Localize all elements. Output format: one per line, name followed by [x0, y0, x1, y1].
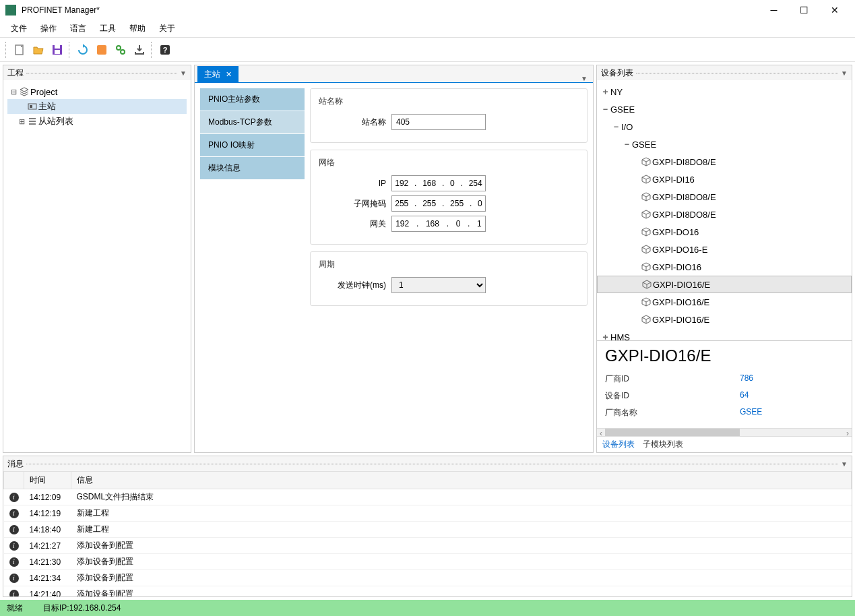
close-button[interactable]: ✕ — [819, 0, 850, 20]
clock-select[interactable]: 1 — [391, 277, 486, 293]
msg-text: GSDML文件扫描结束 — [71, 489, 852, 505]
cube-icon — [640, 262, 652, 272]
message-row[interactable]: i14:18:40新建工程 — [4, 522, 852, 538]
tree-node-slaves[interactable]: ⊞ 从站列表 — [7, 114, 187, 129]
message-row[interactable]: i14:21:34添加设备到配置 — [4, 570, 852, 586]
tab-menu-icon[interactable]: ▼ — [581, 75, 588, 82]
download-icon[interactable] — [131, 41, 148, 59]
message-row[interactable]: i14:21:40添加设备到配置 — [4, 586, 852, 597]
msg-text: 添加设备到配置 — [71, 538, 852, 554]
dev-node-gsee-sub[interactable]: －GSEE — [597, 135, 852, 153]
tree-label: 从站列表 — [38, 115, 73, 127]
tree-node-project[interactable]: ⊟ Project — [7, 84, 187, 99]
project-tree: ⊟ Project 主站 ⊞ 从站列表 — [3, 80, 191, 133]
collapse-icon[interactable]: ▼ — [841, 460, 848, 468]
col-time[interactable]: 时间 — [24, 472, 71, 489]
cube-icon — [641, 280, 653, 289]
col-info[interactable]: 信息 — [71, 472, 852, 489]
nav-pnio-master[interactable]: PNIO主站参数 — [200, 88, 305, 111]
save-icon[interactable] — [49, 41, 66, 59]
device-label: GXPI-DIO16/E — [652, 315, 709, 325]
nav-modbus-tcp[interactable]: Modbus-TCP参数 — [200, 111, 305, 134]
collapse-icon[interactable]: ▼ — [841, 69, 848, 77]
tab-submodule-list[interactable]: 子模块列表 — [643, 439, 683, 450]
menu-language[interactable]: 语言 — [63, 20, 93, 37]
collapse-icon[interactable]: ▼ — [180, 69, 187, 77]
device-label: GXPI-DIO16 — [652, 262, 701, 272]
device-item[interactable]: GXPI-DIO16/E — [597, 293, 852, 311]
project-panel-header: 工程 ▼ — [3, 65, 191, 80]
collapse-icon[interactable]: － — [621, 138, 632, 150]
dev-node-ny[interactable]: ＋NY — [597, 83, 852, 100]
help-icon[interactable]: ? — [156, 41, 174, 59]
message-row[interactable]: i14:12:19新建工程 — [4, 505, 852, 522]
toolbar: ? — [0, 38, 855, 62]
gsdml-icon[interactable] — [93, 41, 110, 59]
detail-value: 64 — [740, 390, 749, 402]
menu-operate[interactable]: 操作 — [34, 20, 63, 37]
svg-point-5 — [117, 46, 121, 50]
app-icon — [5, 5, 16, 16]
tab-device-list[interactable]: 设备列表 — [602, 439, 635, 450]
maximize-button[interactable]: ☐ — [789, 0, 819, 20]
device-label: GXPI-DO16-E — [652, 245, 707, 255]
detail-key: 厂商ID — [605, 373, 740, 385]
message-row[interactable]: i14:21:27添加设备到配置 — [4, 538, 852, 554]
group-network: 网络 IP 192.168.0.254 子网掩码 255.255.255.0 网… — [310, 150, 588, 245]
menu-file[interactable]: 文件 — [4, 20, 34, 37]
menu-help[interactable]: 帮助 — [123, 20, 152, 37]
cube-icon — [640, 192, 652, 202]
message-panel-header: 消息 ▼ — [3, 456, 852, 471]
expand-icon[interactable]: ⊞ — [17, 117, 26, 126]
message-row[interactable]: i14:12:09GSDML文件扫描结束 — [4, 489, 852, 505]
minimize-button[interactable]: ─ — [759, 0, 789, 20]
gears-icon[interactable] — [112, 41, 129, 59]
new-icon[interactable] — [11, 41, 28, 59]
menu-tool[interactable]: 工具 — [93, 20, 123, 37]
dev-node-io[interactable]: －I/O — [597, 118, 852, 135]
right-tab-strip: 设备列表 子模块列表 — [597, 436, 852, 452]
horizontal-scrollbar[interactable]: ‹› — [597, 428, 852, 436]
device-item[interactable]: GXPI-DO16 — [597, 223, 852, 241]
device-label: GXPI-DI8DO8/E — [652, 192, 716, 202]
side-nav: PNIO主站参数 Modbus-TCP参数 PNIO IO映射 模块信息 — [200, 88, 305, 447]
info-icon: i — [9, 493, 19, 502]
dev-node-gsee[interactable]: －GSEE — [597, 100, 852, 118]
device-item[interactable]: GXPI-DI8DO8/E — [597, 188, 852, 206]
device-item[interactable]: GXPI-DIO16/E — [597, 311, 852, 328]
device-item[interactable]: GXPI-DI16 — [597, 171, 852, 188]
expand-icon[interactable]: ＋ — [600, 86, 610, 98]
message-row[interactable]: i14:21:30添加设备到配置 — [4, 554, 852, 570]
msg-time: 14:12:19 — [24, 505, 71, 522]
device-item[interactable]: GXPI-DI8DO8/E — [597, 206, 852, 223]
tree-node-master[interactable]: 主站 — [7, 99, 187, 114]
menubar: 文件 操作 语言 工具 帮助 关于 — [0, 20, 855, 38]
nav-module-info[interactable]: 模块信息 — [200, 157, 305, 180]
expand-icon[interactable]: ＋ — [600, 331, 610, 340]
station-input[interactable] — [391, 114, 486, 130]
tab-close-icon[interactable]: ✕ — [226, 70, 232, 79]
open-icon[interactable] — [30, 41, 47, 59]
device-item[interactable]: GXPI-DIO16 — [597, 258, 852, 276]
tree-label: Project — [30, 87, 57, 97]
cube-icon — [640, 245, 652, 254]
info-icon: i — [9, 509, 19, 518]
nav-pnio-io[interactable]: PNIO IO映射 — [200, 134, 305, 157]
device-item[interactable]: GXPI-DO16-E — [597, 241, 852, 258]
refresh-icon[interactable] — [74, 41, 92, 59]
collapse-icon[interactable]: ⊟ — [9, 88, 18, 96]
collapse-icon[interactable]: － — [600, 103, 610, 115]
gw-input[interactable]: 192.168.0.1 — [391, 216, 486, 232]
menu-about[interactable]: 关于 — [152, 20, 182, 37]
collapse-icon[interactable]: － — [610, 121, 621, 133]
tab-strip: 主站 ✕ ▼ — [195, 65, 593, 83]
mask-input[interactable]: 255.255.255.0 — [391, 195, 486, 212]
station-label: 站名称 — [319, 117, 386, 128]
device-item[interactable]: GXPI-DI8DO8/E — [597, 153, 852, 171]
ip-input[interactable]: 192.168.0.254 — [391, 175, 486, 191]
tab-master[interactable]: 主站 ✕ — [197, 66, 239, 82]
dev-node-hms[interactable]: ＋HMS — [597, 328, 852, 340]
ip-label: IP — [319, 179, 386, 188]
device-item[interactable]: GXPI-DIO16/E — [597, 276, 852, 293]
msg-time: 14:21:27 — [24, 538, 71, 554]
